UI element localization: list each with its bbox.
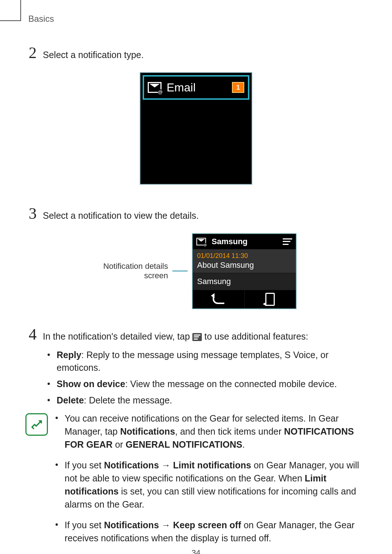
t: .	[242, 439, 245, 450]
t: Notifications	[120, 426, 175, 436]
note-list: You can receive notifications on the Gea…	[55, 412, 367, 552]
step-number: 3	[25, 206, 40, 222]
email-icon	[148, 82, 162, 93]
t: , and then tick items under	[175, 426, 284, 436]
watch-screen-details: Samsung 01/01/2014 11:30 About Samsung S…	[192, 233, 297, 309]
feature-list: Reply: Reply to the message using messag…	[25, 349, 367, 407]
callout-label: Notification details screen	[95, 262, 168, 280]
notification-subject: About Samsung	[197, 260, 291, 270]
device-icon	[265, 293, 275, 306]
step-text: Select a notification type.	[43, 48, 144, 61]
watch-screen: Email 1	[140, 72, 252, 185]
feature-show-on-device: Show on device: View the message on the …	[47, 378, 367, 390]
details-header-title: Samsung	[212, 237, 283, 246]
reply-icon	[213, 295, 224, 304]
reply-button[interactable]	[193, 290, 245, 308]
note-item-2: If you set Notifications → Limit notific…	[55, 459, 367, 511]
page-number: 34	[0, 548, 392, 554]
notification-type-row[interactable]: Email 1	[143, 75, 249, 100]
menu-icon	[192, 333, 202, 341]
details-footer	[193, 290, 296, 308]
t: GENERAL NOTIFICATIONS	[126, 439, 242, 450]
notification-details-body[interactable]: 01/01/2014 11:30 About Samsung	[193, 249, 296, 273]
menu-icon[interactable]	[283, 238, 292, 245]
step-3: 3 Select a notification to view the deta…	[25, 206, 367, 222]
step-4: 4 In the notification's detailed view, t…	[25, 327, 367, 343]
feature-desc: : View the message on the connected mobi…	[125, 379, 337, 389]
step-text: Select a notification to view the detail…	[43, 209, 199, 222]
callout-line	[172, 271, 188, 271]
step-2: 2 Select a notification type.	[25, 45, 367, 61]
step4-text-after: to use additional features:	[204, 331, 308, 341]
arrow-icon: →	[159, 460, 173, 470]
feature-desc: : Reply to the message using message tem…	[57, 350, 328, 373]
manual-page: Basics 2 Select a notification type. Ema…	[0, 0, 392, 554]
t: Notifications	[104, 520, 159, 530]
notification-sender: Samsung	[193, 273, 296, 290]
step-number: 2	[25, 45, 40, 61]
feature-reply: Reply: Reply to the message using messag…	[47, 349, 367, 374]
feature-delete: Delete: Delete the message.	[47, 394, 367, 407]
watch-screenshot-1: Email 1	[140, 72, 252, 185]
t: If you set	[65, 520, 104, 530]
step4-text-before: In the notification's detailed view, tap	[43, 331, 192, 341]
t: Limit notifications	[173, 460, 251, 470]
feature-label: Show on device	[57, 379, 125, 389]
feature-desc: : Delete the message.	[84, 395, 172, 405]
notification-date: 01/01/2014 11:30	[197, 252, 291, 260]
running-header: Basics	[28, 14, 367, 24]
step-number: 4	[25, 327, 40, 342]
notification-count-badge: 1	[232, 82, 244, 93]
corner-rule	[0, 0, 21, 21]
show-on-device-button[interactable]	[245, 290, 296, 308]
t: Notifications	[104, 460, 159, 470]
t: If you set	[65, 460, 104, 470]
note-block: You can receive notifications on the Gea…	[25, 412, 367, 552]
feature-label: Reply	[57, 350, 81, 360]
feature-label: Delete	[57, 395, 84, 405]
t: Keep screen off	[173, 520, 241, 530]
arrow-icon: →	[159, 520, 173, 530]
notification-type-label: Email	[167, 81, 232, 94]
email-icon	[196, 238, 206, 245]
note-item-3: If you set Notifications → Keep screen o…	[55, 518, 367, 545]
details-header: Samsung	[193, 234, 296, 249]
step-text: In the notification's detailed view, tap…	[43, 330, 308, 343]
watch-screenshot-2-block: Notification details screen Samsung 01/0…	[25, 233, 367, 309]
note-icon	[25, 413, 48, 436]
note-item-1: You can receive notifications on the Gea…	[55, 412, 367, 451]
t: or	[113, 439, 126, 450]
